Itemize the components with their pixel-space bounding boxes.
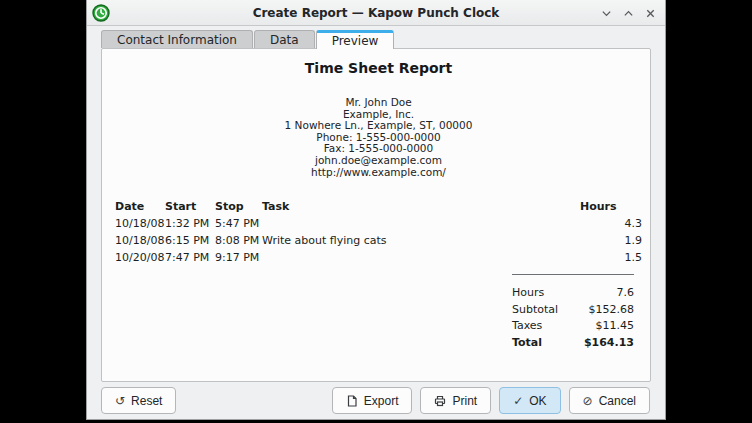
cancel-button[interactable]: ⊘ Cancel — [569, 387, 650, 414]
totals-hours: Hours 7.6 — [512, 285, 634, 302]
cell-task — [262, 215, 580, 232]
titlebar[interactable]: Create Report — Kapow Punch Clock — [87, 0, 665, 26]
totals-summary: Hours 7.6 Subtotal $152.68 Taxes $11.45 … — [512, 274, 634, 351]
totals-taxes: Taxes $11.45 — [512, 318, 634, 335]
chevron-down-icon — [601, 8, 612, 19]
header-start: Start — [165, 198, 215, 215]
chevron-up-icon — [623, 8, 634, 19]
table-row: 10/18/08 1:32 PM 5:47 PM 4.3 — [115, 215, 642, 232]
close-icon — [645, 8, 656, 19]
cell-date: 10/20/08 — [115, 249, 165, 266]
preview-pane: Time Sheet Report Mr. John Doe Example, … — [101, 48, 651, 382]
ok-button[interactable]: ✓ OK — [499, 387, 560, 414]
cell-hours: 1.9 — [580, 232, 642, 249]
header-stop: Stop — [215, 198, 262, 215]
cell-start: 6:15 PM — [165, 232, 215, 249]
contact-block: Mr. John Doe Example, Inc. 1 Nowhere Ln.… — [115, 97, 642, 178]
totals-total: Total $164.13 — [512, 335, 634, 352]
undo-arrow-icon: ↺ — [115, 395, 125, 407]
header-task: Task — [262, 198, 580, 215]
cell-date: 10/18/08 — [115, 232, 165, 249]
header-hours: Hours — [580, 198, 642, 215]
cell-start: 1:32 PM — [165, 215, 215, 232]
cell-stop: 5:47 PM — [215, 215, 262, 232]
tab-data[interactable]: Data — [254, 30, 315, 48]
tab-preview[interactable]: Preview — [316, 30, 395, 49]
header-date: Date — [115, 198, 165, 215]
cell-date: 10/18/08 — [115, 215, 165, 232]
export-button[interactable]: Export — [332, 387, 413, 414]
close-button[interactable] — [644, 7, 657, 20]
time-entries-table: Date Start Stop Task Hours 10/18/08 1:32… — [115, 198, 642, 266]
document-icon — [346, 395, 358, 407]
contact-email: john.doe@example.com — [115, 155, 642, 167]
table-header-row: Date Start Stop Task Hours — [115, 198, 642, 215]
window-title: Create Report — Kapow Punch Clock — [87, 6, 665, 20]
cell-start: 7:47 PM — [165, 249, 215, 266]
table-row: 10/20/08 7:47 PM 9:17 PM 1.5 — [115, 249, 642, 266]
tab-bar: Contact Information Data Preview — [101, 30, 665, 48]
totals-subtotal: Subtotal $152.68 — [512, 302, 634, 319]
print-button[interactable]: Print — [420, 387, 491, 414]
cell-task — [262, 249, 580, 266]
button-bar: ↺ Reset Export Print ✓ — [87, 382, 665, 419]
cell-stop: 9:17 PM — [215, 249, 262, 266]
cell-task: Write about flying cats — [262, 232, 580, 249]
cell-hours: 4.3 — [580, 215, 642, 232]
contact-website: http://www.example.com/ — [115, 167, 642, 179]
tab-contact-information[interactable]: Contact Information — [101, 30, 253, 48]
reset-button[interactable]: ↺ Reset — [101, 387, 176, 414]
report-title: Time Sheet Report — [115, 60, 642, 76]
checkmark-icon: ✓ — [513, 395, 523, 407]
table-row: 10/18/08 6:15 PM 8:08 PM Write about fly… — [115, 232, 642, 249]
prohibited-icon: ⊘ — [583, 395, 593, 407]
printer-icon — [434, 395, 446, 407]
cell-stop: 8:08 PM — [215, 232, 262, 249]
time-sheet-report: Time Sheet Report Mr. John Doe Example, … — [102, 49, 650, 351]
create-report-dialog: Create Report — Kapow Punch Clock Contac… — [86, 0, 666, 420]
minimize-button[interactable] — [600, 7, 613, 20]
contact-name: Mr. John Doe — [115, 97, 642, 109]
cell-hours: 1.5 — [580, 249, 642, 266]
maximize-button[interactable] — [622, 7, 635, 20]
